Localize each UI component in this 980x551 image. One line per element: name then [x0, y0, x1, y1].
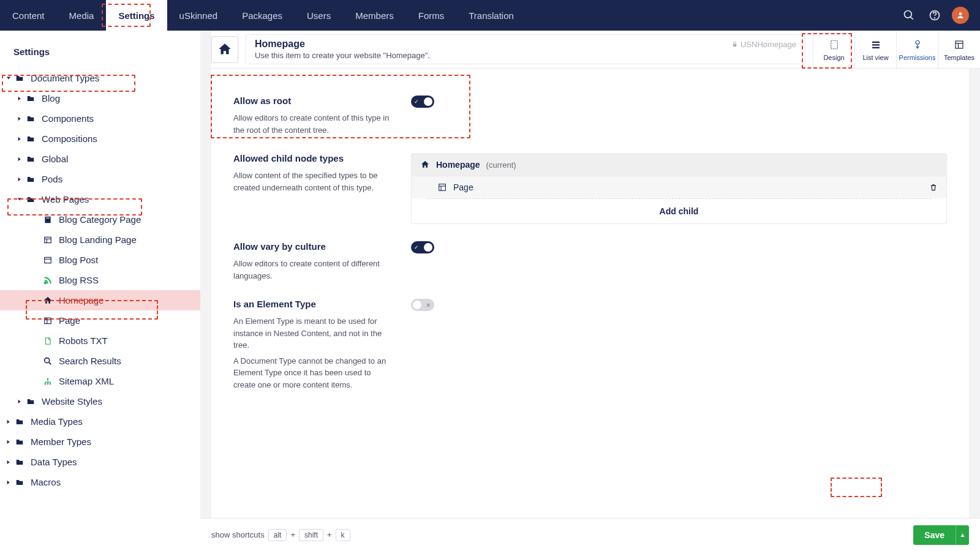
svg-point-4 [959, 12, 962, 15]
tree-item-page[interactable]: Page [0, 310, 200, 331]
help-icon[interactable] [926, 7, 943, 24]
title-col[interactable]: Homepage USNHomepage Use this item to cr… [246, 34, 805, 64]
tree-item-web-pages[interactable]: Web Pages [0, 189, 200, 209]
element-type-toggle[interactable]: ✕ [411, 299, 434, 311]
tree-item-macros[interactable]: Macros [0, 472, 200, 492]
nav-packages[interactable]: Packages [230, 0, 295, 31]
svg-rect-31 [439, 184, 446, 191]
tab-design[interactable]: Design [813, 31, 855, 68]
svg-rect-7 [45, 237, 51, 242]
doc-icon [42, 215, 54, 225]
tree-item-blog-post[interactable]: Blog Post [0, 250, 200, 270]
chevron-icon[interactable] [15, 137, 24, 141]
tab-listview[interactable]: List view [855, 31, 897, 68]
tree-item-label: Macros [31, 477, 61, 487]
vary-culture-toggle[interactable]: ✓ [411, 241, 434, 253]
nav-forms[interactable]: Forms [406, 0, 457, 31]
chevron-icon[interactable] [15, 157, 24, 162]
folder-icon [24, 94, 37, 103]
tree-item-member-types[interactable]: Member Types [0, 432, 200, 452]
folder-icon [24, 135, 37, 143]
element-type-desc2: A Document Type cannot be changed to an … [233, 355, 393, 391]
chevron-icon[interactable] [4, 440, 13, 444]
tree-item-label: Blog Post [59, 255, 98, 265]
top-nav: Content Media Settings uSkinned Packages… [0, 0, 980, 31]
vary-culture-desc: Allow editors to create content of diffe… [233, 258, 393, 282]
tree-item-label: Blog Landing Page [59, 234, 137, 245]
chevron-icon[interactable] [15, 96, 24, 101]
tab-templates[interactable]: Templates [938, 31, 980, 68]
nav-members[interactable]: Members [343, 0, 406, 31]
svg-point-16 [45, 358, 50, 362]
nav-uskinned[interactable]: uSkinned [167, 0, 230, 31]
tree-item-pods[interactable]: Pods [0, 169, 200, 189]
folder-icon [13, 418, 26, 426]
avatar[interactable] [952, 7, 969, 24]
home-icon [420, 160, 430, 170]
nav-settings[interactable]: Settings [106, 0, 167, 31]
element-type-desc1: An Element Type is meant to be used for … [233, 315, 393, 351]
tree-item-blog[interactable]: Blog [0, 88, 200, 108]
svg-point-12 [45, 282, 47, 283]
chevron-icon[interactable] [15, 177, 24, 182]
editor-body: Allow as root Allow editors to create co… [211, 69, 969, 518]
tree-item-homepage[interactable]: Homepage [0, 290, 200, 310]
page-icon [437, 182, 447, 192]
nav-media[interactable]: Media [57, 0, 107, 31]
add-child-button[interactable]: Add child [426, 198, 932, 223]
svg-rect-25 [872, 44, 880, 45]
allow-root-toggle[interactable]: ✓ [411, 96, 434, 108]
svg-rect-24 [872, 41, 880, 42]
search-icon [42, 356, 54, 366]
tree-item-media-types[interactable]: Media Types [0, 411, 200, 432]
tree-item-robots-txt[interactable]: Robots TXT [0, 331, 200, 351]
nav-content[interactable]: Content [0, 0, 57, 31]
chevron-icon[interactable] [4, 76, 13, 81]
layout-icon [42, 236, 54, 244]
tree-item-components[interactable]: Components [0, 108, 200, 129]
folder-icon [13, 458, 26, 467]
child-row-page[interactable]: Page [412, 176, 946, 198]
svg-line-17 [49, 362, 51, 364]
home-icon [42, 296, 54, 305]
tab-permissions[interactable]: Permissions [897, 31, 938, 68]
vary-culture-title: Allow vary by culture [233, 241, 393, 252]
doctype-icon[interactable] [211, 36, 238, 63]
tree-item-data-types[interactable]: Data Types [0, 452, 200, 472]
chevron-icon[interactable] [15, 116, 24, 121]
chevron-icon[interactable] [4, 480, 13, 485]
tree-item-website-styles[interactable]: Website Styles [0, 391, 200, 411]
tree-item-label: Search Results [59, 356, 121, 366]
svg-rect-6 [46, 217, 50, 218]
folder-icon [24, 155, 37, 163]
chevron-icon[interactable] [4, 419, 13, 424]
tree-item-blog-rss[interactable]: Blog RSS [0, 270, 200, 290]
chevron-icon[interactable] [15, 197, 24, 202]
tree-item-blog-category-page[interactable]: Blog Category Page [0, 209, 200, 230]
delete-icon[interactable] [929, 183, 938, 192]
save-caret[interactable]: ▲ [956, 525, 969, 545]
tree-item-global[interactable]: Global [0, 149, 200, 169]
search-icon[interactable] [900, 7, 918, 24]
nav-translation[interactable]: Translation [456, 0, 526, 31]
tree-item-compositions[interactable]: Compositions [0, 129, 200, 149]
shortcuts-hint[interactable]: show shortcuts alt + shift + k [211, 529, 350, 541]
tree-item-document-types[interactable]: Document Types [0, 68, 200, 88]
tree-item-label: Blog [42, 93, 60, 103]
save-button[interactable]: Save [913, 525, 956, 545]
rss-icon [42, 276, 54, 285]
svg-rect-22 [733, 43, 737, 47]
svg-rect-23 [831, 40, 837, 49]
tree-item-sitemap-xml[interactable]: Sitemap XML [0, 371, 200, 391]
nav-users[interactable]: Users [295, 0, 343, 31]
top-nav-tabs: Content Media Settings uSkinned Packages… [0, 0, 526, 31]
tree-item-blog-landing-page[interactable]: Blog Landing Page [0, 230, 200, 250]
svg-rect-28 [956, 41, 963, 48]
sidebar-title: Settings [0, 42, 200, 68]
svg-point-27 [916, 40, 919, 44]
tree-item-label: Sitemap XML [59, 376, 114, 386]
permissions-icon [912, 38, 923, 51]
tree-item-search-results[interactable]: Search Results [0, 351, 200, 371]
chevron-icon[interactable] [4, 460, 13, 465]
chevron-icon[interactable] [15, 399, 24, 404]
